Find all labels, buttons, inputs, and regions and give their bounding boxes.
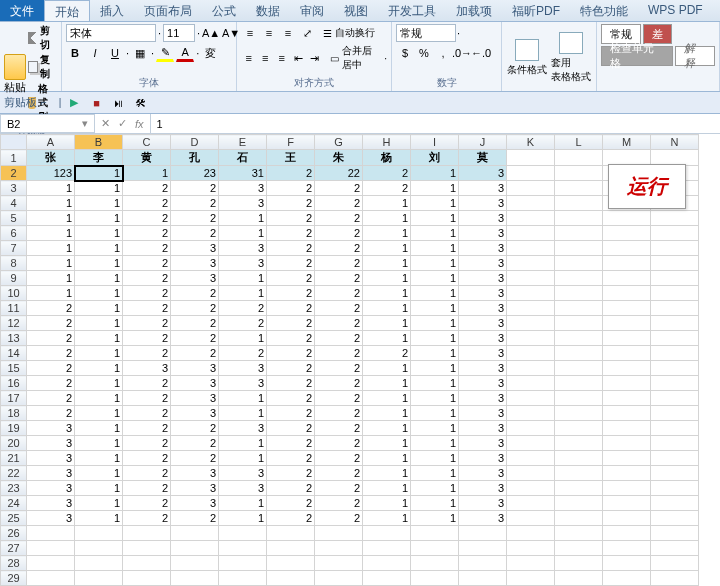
style-check[interactable]: 检查单元格 bbox=[601, 46, 673, 66]
qat-dialog-launcher-icon[interactable]: ⌐ bbox=[41, 97, 47, 108]
cell-G20[interactable]: 2 bbox=[315, 436, 363, 451]
cell-H15[interactable]: 1 bbox=[363, 361, 411, 376]
row-header-18[interactable]: 18 bbox=[1, 406, 27, 421]
cell-A10[interactable]: 1 bbox=[27, 286, 75, 301]
cell-D16[interactable]: 3 bbox=[171, 376, 219, 391]
cell-G27[interactable] bbox=[315, 541, 363, 556]
cell-K17[interactable] bbox=[507, 391, 555, 406]
cell-F23[interactable]: 2 bbox=[267, 481, 315, 496]
cell-E20[interactable]: 1 bbox=[219, 436, 267, 451]
tab-福昕PDF[interactable]: 福昕PDF bbox=[502, 0, 570, 21]
cell-G4[interactable]: 2 bbox=[315, 196, 363, 211]
cell-G19[interactable]: 2 bbox=[315, 421, 363, 436]
cell-D11[interactable]: 2 bbox=[171, 301, 219, 316]
cell-A7[interactable]: 1 bbox=[27, 241, 75, 256]
cell-B21[interactable]: 1 bbox=[75, 451, 123, 466]
conditional-format-button[interactable]: 条件格式 bbox=[506, 39, 548, 77]
cell-I2[interactable]: 1 bbox=[411, 166, 459, 181]
cell-I3[interactable]: 1 bbox=[411, 181, 459, 196]
cell-J15[interactable]: 3 bbox=[459, 361, 507, 376]
cell-E27[interactable] bbox=[219, 541, 267, 556]
cell-G1[interactable]: 朱 bbox=[315, 150, 363, 166]
paste-button[interactable]: 粘贴 bbox=[4, 54, 26, 95]
cell-J9[interactable]: 3 bbox=[459, 271, 507, 286]
copy-button[interactable]: 复制 bbox=[28, 53, 57, 81]
cell-E2[interactable]: 31 bbox=[219, 166, 267, 181]
cell-C19[interactable]: 2 bbox=[123, 421, 171, 436]
cell-N5[interactable] bbox=[651, 211, 699, 226]
cell-G3[interactable]: 2 bbox=[315, 181, 363, 196]
cell-N27[interactable] bbox=[651, 541, 699, 556]
cell-N15[interactable] bbox=[651, 361, 699, 376]
cell-A27[interactable] bbox=[27, 541, 75, 556]
cell-J17[interactable]: 3 bbox=[459, 391, 507, 406]
cell-A18[interactable]: 2 bbox=[27, 406, 75, 421]
cell-I28[interactable] bbox=[411, 556, 459, 571]
cell-M10[interactable] bbox=[603, 286, 651, 301]
cell-D28[interactable] bbox=[171, 556, 219, 571]
cell-G11[interactable]: 2 bbox=[315, 301, 363, 316]
row-header-12[interactable]: 12 bbox=[1, 316, 27, 331]
cell-N14[interactable] bbox=[651, 346, 699, 361]
cell-J2[interactable]: 3 bbox=[459, 166, 507, 181]
cell-M23[interactable] bbox=[603, 481, 651, 496]
formula-input[interactable]: 1 bbox=[151, 114, 720, 133]
cell-F7[interactable]: 2 bbox=[267, 241, 315, 256]
cell-D18[interactable]: 3 bbox=[171, 406, 219, 421]
cell-F16[interactable]: 2 bbox=[267, 376, 315, 391]
cell-F1[interactable]: 王 bbox=[267, 150, 315, 166]
cell-J27[interactable] bbox=[459, 541, 507, 556]
table-format-button[interactable]: 套用 表格格式 bbox=[550, 32, 592, 84]
align-middle-button[interactable]: ≡ bbox=[260, 24, 278, 42]
cell-F12[interactable]: 2 bbox=[267, 316, 315, 331]
cell-D24[interactable]: 3 bbox=[171, 496, 219, 511]
cell-L7[interactable] bbox=[555, 241, 603, 256]
cell-I29[interactable] bbox=[411, 571, 459, 586]
row-header-11[interactable]: 11 bbox=[1, 301, 27, 316]
cell-G23[interactable]: 2 bbox=[315, 481, 363, 496]
cell-C17[interactable]: 2 bbox=[123, 391, 171, 406]
cell-D29[interactable] bbox=[171, 571, 219, 586]
tab-file[interactable]: 文件 bbox=[0, 0, 44, 21]
cell-L25[interactable] bbox=[555, 511, 603, 526]
cell-D14[interactable]: 2 bbox=[171, 346, 219, 361]
cell-B12[interactable]: 1 bbox=[75, 316, 123, 331]
cell-C5[interactable]: 2 bbox=[123, 211, 171, 226]
cell-A12[interactable]: 2 bbox=[27, 316, 75, 331]
cell-E24[interactable]: 1 bbox=[219, 496, 267, 511]
cell-D6[interactable]: 2 bbox=[171, 226, 219, 241]
cell-F15[interactable]: 2 bbox=[267, 361, 315, 376]
name-box[interactable]: B2 ▾ bbox=[0, 114, 95, 133]
col-header-F[interactable]: F bbox=[267, 135, 315, 150]
row-header-19[interactable]: 19 bbox=[1, 421, 27, 436]
cell-N26[interactable] bbox=[651, 526, 699, 541]
cell-N25[interactable] bbox=[651, 511, 699, 526]
cell-G13[interactable]: 2 bbox=[315, 331, 363, 346]
cell-I26[interactable] bbox=[411, 526, 459, 541]
cell-E17[interactable]: 1 bbox=[219, 391, 267, 406]
cell-H25[interactable]: 1 bbox=[363, 511, 411, 526]
cell-C25[interactable]: 2 bbox=[123, 511, 171, 526]
cell-B7[interactable]: 1 bbox=[75, 241, 123, 256]
cell-I7[interactable]: 1 bbox=[411, 241, 459, 256]
cell-F9[interactable]: 2 bbox=[267, 271, 315, 286]
cell-B29[interactable] bbox=[75, 571, 123, 586]
cell-L17[interactable] bbox=[555, 391, 603, 406]
cell-D17[interactable]: 3 bbox=[171, 391, 219, 406]
cell-I17[interactable]: 1 bbox=[411, 391, 459, 406]
cell-F17[interactable]: 2 bbox=[267, 391, 315, 406]
row-header-14[interactable]: 14 bbox=[1, 346, 27, 361]
cell-M21[interactable] bbox=[603, 451, 651, 466]
cell-L11[interactable] bbox=[555, 301, 603, 316]
cell-I19[interactable]: 1 bbox=[411, 421, 459, 436]
cell-B10[interactable]: 1 bbox=[75, 286, 123, 301]
cell-L20[interactable] bbox=[555, 436, 603, 451]
cell-G25[interactable]: 2 bbox=[315, 511, 363, 526]
cell-M19[interactable] bbox=[603, 421, 651, 436]
cell-G15[interactable]: 2 bbox=[315, 361, 363, 376]
cell-C29[interactable] bbox=[123, 571, 171, 586]
row-header-22[interactable]: 22 bbox=[1, 466, 27, 481]
cell-N29[interactable] bbox=[651, 571, 699, 586]
increase-font-button[interactable]: A▲ bbox=[202, 24, 220, 42]
cell-C10[interactable]: 2 bbox=[123, 286, 171, 301]
